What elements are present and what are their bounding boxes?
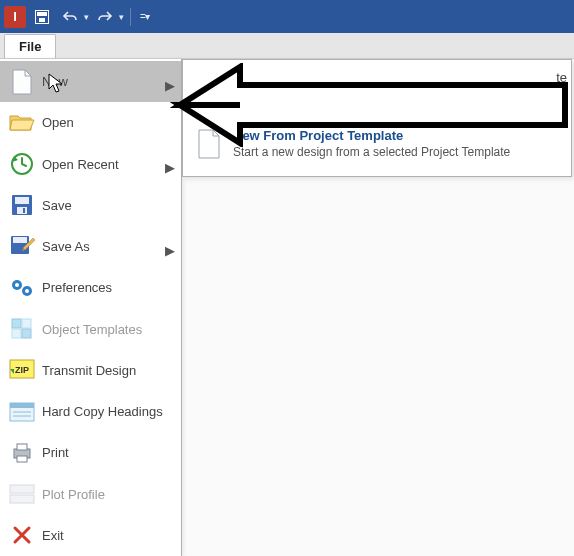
svg-rect-29 (10, 495, 34, 503)
qa-redo-dropdown[interactable]: ▾ (119, 12, 124, 22)
qa-redo-button[interactable] (93, 5, 117, 29)
menu-item-object-templates[interactable]: Object Templates (0, 309, 181, 350)
menu-item-label: Save As (42, 239, 165, 254)
app-icon: I (4, 6, 26, 28)
menu-item-preferences[interactable]: Preferences (0, 267, 181, 308)
file-menu: New ▶ Open Open Recent ▶ Save (0, 59, 182, 556)
svg-rect-15 (12, 319, 21, 328)
arrow-right-icon: ▶ (165, 243, 173, 251)
new-file-icon (8, 68, 36, 96)
svg-rect-22 (10, 403, 34, 408)
svg-rect-18 (22, 329, 31, 338)
zip-icon: ZIP (8, 356, 36, 384)
svg-rect-26 (17, 444, 27, 450)
menu-item-label: Open (42, 115, 173, 130)
headings-icon (8, 398, 36, 426)
svg-text:ZIP: ZIP (15, 365, 29, 375)
plot-profile-icon (8, 480, 36, 508)
svg-rect-7 (17, 207, 27, 214)
menu-item-print[interactable]: Print (0, 432, 181, 473)
tab-file[interactable]: File (4, 34, 56, 58)
truncated-text: te (556, 70, 567, 85)
menu-item-label: New (42, 74, 165, 89)
menu-item-label: Plot Profile (42, 487, 173, 502)
svg-rect-27 (17, 456, 27, 462)
svg-rect-28 (10, 485, 34, 493)
menu-item-label: Open Recent (42, 157, 165, 172)
submenu-item-title: New From Project Template (233, 128, 510, 143)
qa-undo-button[interactable] (58, 5, 82, 29)
svg-rect-17 (12, 329, 21, 338)
gear-icon (8, 274, 36, 302)
tab-strip: File (0, 33, 574, 59)
qa-customize-dropdown[interactable]: =▾ (140, 11, 149, 22)
recent-icon (8, 150, 36, 178)
qa-undo-dropdown[interactable]: ▾ (84, 12, 89, 22)
svg-rect-16 (22, 319, 31, 328)
qa-save-button[interactable] (30, 5, 54, 29)
titlebar: I ▾ ▾ =▾ (0, 0, 574, 33)
menu-item-label: Hard Copy Headings (42, 404, 173, 419)
menu-item-save-as[interactable]: Save As ▶ (0, 226, 181, 267)
svg-rect-6 (15, 197, 29, 204)
menu-item-save[interactable]: Save (0, 185, 181, 226)
menu-item-new[interactable]: New ▶ (0, 61, 181, 102)
templates-icon (8, 315, 36, 343)
print-icon (8, 439, 36, 467)
save-as-icon (8, 233, 36, 261)
menu-item-label: Transmit Design (42, 363, 173, 378)
submenu-item-new-from-project-template[interactable]: New From Project Template Start a new de… (183, 120, 571, 168)
menu-item-open[interactable]: Open (0, 102, 181, 143)
svg-rect-3 (39, 18, 45, 22)
menu-item-transmit-design[interactable]: ZIP Transmit Design (0, 350, 181, 391)
main-area: New ▶ Open Open Recent ▶ Save (0, 59, 574, 556)
menu-item-hard-copy-headings[interactable]: Hard Copy Headings (0, 391, 181, 432)
new-file-icon (195, 128, 223, 160)
menu-item-label: Save (42, 198, 173, 213)
save-icon (8, 191, 36, 219)
menu-item-label: Exit (42, 528, 173, 543)
menu-item-open-recent[interactable]: Open Recent ▶ (0, 144, 181, 185)
menu-item-label: Object Templates (42, 322, 173, 337)
svg-point-14 (25, 289, 29, 293)
qa-separator (130, 8, 131, 26)
submenu-new: te New From Project Template Start a new… (182, 59, 572, 177)
folder-open-icon (8, 109, 36, 137)
menu-item-label: Preferences (42, 280, 173, 295)
svg-rect-8 (23, 208, 25, 213)
menu-item-exit[interactable]: Exit (0, 515, 181, 556)
svg-point-12 (15, 283, 19, 287)
close-icon (8, 521, 36, 549)
svg-rect-10 (13, 237, 27, 243)
arrow-right-icon: ▶ (165, 160, 173, 168)
arrow-right-icon: ▶ (165, 78, 173, 86)
menu-item-label: Print (42, 445, 173, 460)
menu-item-plot-profile[interactable]: Plot Profile (0, 474, 181, 515)
svg-rect-2 (37, 12, 47, 16)
submenu-item-desc: Start a new design from a selected Proje… (233, 145, 510, 159)
